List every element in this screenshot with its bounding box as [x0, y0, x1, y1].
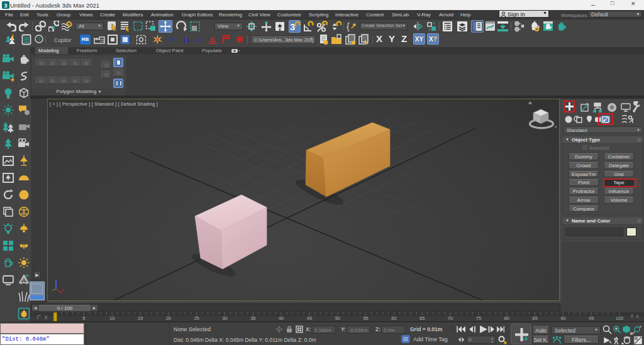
svg-text:65: 65	[419, 315, 425, 321]
svg-text:3: 3	[290, 21, 295, 32]
svg-text:?: ?	[37, 36, 40, 43]
svg-text:60: 60	[391, 315, 396, 321]
svg-text:5: 5	[82, 315, 85, 321]
svg-text:75: 75	[476, 315, 481, 321]
svg-text:15: 15	[138, 315, 143, 321]
svg-text:70: 70	[448, 315, 453, 321]
svg-text:45: 45	[307, 315, 312, 321]
svg-text:20: 20	[166, 315, 171, 321]
svg-text:80: 80	[504, 315, 509, 321]
svg-text:90: 90	[560, 315, 565, 321]
svg-text:30: 30	[222, 315, 227, 321]
svg-text:10: 10	[109, 315, 114, 321]
svg-text:{: {	[347, 21, 350, 31]
svg-text:95: 95	[589, 315, 594, 321]
svg-text:x: x	[62, 288, 64, 292]
svg-text:85: 85	[532, 315, 537, 321]
svg-text:55: 55	[363, 315, 368, 321]
svg-text:3: 3	[4, 3, 7, 9]
svg-text:100: 100	[616, 315, 624, 321]
svg-text:25: 25	[194, 315, 199, 321]
svg-text:50: 50	[335, 315, 340, 321]
svg-text:35: 35	[250, 315, 255, 321]
svg-text:40: 40	[279, 315, 284, 321]
